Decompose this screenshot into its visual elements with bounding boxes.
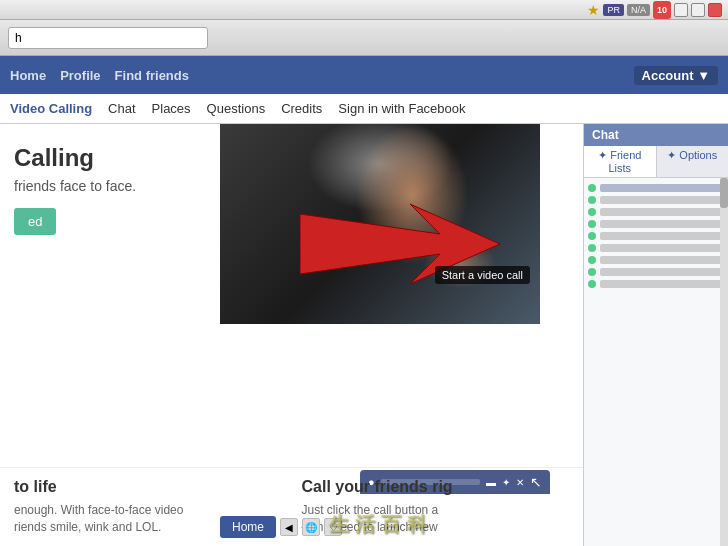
subnav-chat[interactable]: Chat xyxy=(108,101,135,116)
home-button[interactable]: Home xyxy=(220,516,276,538)
section1-title: to life xyxy=(14,478,282,496)
list-item xyxy=(588,206,724,218)
chat-contact-list xyxy=(584,178,728,546)
na-badge: N/A xyxy=(627,4,650,16)
contact-name-bar xyxy=(600,184,724,192)
page-content: Calling friends face to face. ed Start a… xyxy=(0,124,583,546)
list-item xyxy=(588,230,724,242)
friend-lists-tab[interactable]: ✦ Friend Lists xyxy=(584,146,657,177)
subnav-video-calling[interactable]: Video Calling xyxy=(10,101,92,116)
close-button[interactable] xyxy=(708,3,722,17)
cta-button[interactable]: ed xyxy=(14,208,56,235)
list-item xyxy=(588,182,724,194)
contact-name-bar xyxy=(600,208,724,216)
list-item xyxy=(588,278,724,290)
contact-name-bar xyxy=(600,256,724,264)
address-bar xyxy=(0,20,728,56)
online-status-dot xyxy=(588,208,596,216)
list-item xyxy=(588,218,724,230)
bookmark-icon: ★ xyxy=(587,2,600,18)
subnav-questions[interactable]: Questions xyxy=(207,101,266,116)
contact-name-bar xyxy=(600,196,724,204)
nav-home[interactable]: Home xyxy=(10,68,46,83)
facebook-navbar: Home Profile Find friends Account ▼ xyxy=(0,56,728,94)
online-status-dot xyxy=(588,268,596,276)
nav-profile[interactable]: Profile xyxy=(60,68,100,83)
subnav-credits[interactable]: Credits xyxy=(281,101,322,116)
chat-sidebar: Chat ✦ Friend Lists ✦ Options xyxy=(583,124,728,546)
contact-name-bar xyxy=(600,244,724,252)
minimize-button[interactable] xyxy=(674,3,688,17)
online-status-dot xyxy=(588,232,596,240)
options-tab[interactable]: ✦ Options xyxy=(657,146,729,177)
online-status-dot xyxy=(588,256,596,264)
sub-navigation: Video Calling Chat Places Questions Cred… xyxy=(0,94,728,124)
online-status-dot xyxy=(588,196,596,204)
subnav-signin[interactable]: Sign in with Facebook xyxy=(338,101,465,116)
contact-name-bar xyxy=(600,268,724,276)
account-button[interactable]: Account ▼ xyxy=(634,66,718,85)
address-input[interactable] xyxy=(8,27,208,49)
nav-back-icon[interactable]: ◀ xyxy=(280,518,298,536)
online-status-dot xyxy=(588,244,596,252)
red-arrow-indicator xyxy=(300,184,520,304)
chat-scrollbar[interactable] xyxy=(720,178,728,546)
list-item xyxy=(588,266,724,278)
chat-tab-bar: ✦ Friend Lists ✦ Options xyxy=(584,146,728,178)
subnav-places[interactable]: Places xyxy=(152,101,191,116)
video-call-tooltip: Start a video call xyxy=(435,266,530,284)
main-content: Calling friends face to face. ed Start a… xyxy=(0,124,728,546)
maximize-button[interactable] xyxy=(691,3,705,17)
list-item xyxy=(588,254,724,266)
bottom-toolbar: Home ◀ 🌐 ♡ xyxy=(220,516,342,538)
chat-panel-header: Chat xyxy=(584,124,728,146)
contact-name-bar xyxy=(600,220,724,228)
scrollbar-thumb xyxy=(720,178,728,208)
addon-icon: 10 xyxy=(653,1,671,19)
browser-chrome: ★ PR N/A 10 xyxy=(0,0,728,20)
section2-title: Call your friends rig xyxy=(302,478,570,496)
list-item xyxy=(588,242,724,254)
list-item xyxy=(588,194,724,206)
online-status-dot xyxy=(588,220,596,228)
video-call-area: Start a video call xyxy=(220,124,540,324)
online-status-dot xyxy=(588,184,596,192)
nav-find-friends[interactable]: Find friends xyxy=(115,68,189,83)
nav-globe-icon[interactable]: 🌐 xyxy=(302,518,320,536)
contact-name-bar xyxy=(600,232,724,240)
nav-bookmark-icon[interactable]: ♡ xyxy=(324,518,342,536)
online-status-dot xyxy=(588,280,596,288)
contact-name-bar xyxy=(600,280,724,288)
pr-badge: PR xyxy=(603,4,624,16)
